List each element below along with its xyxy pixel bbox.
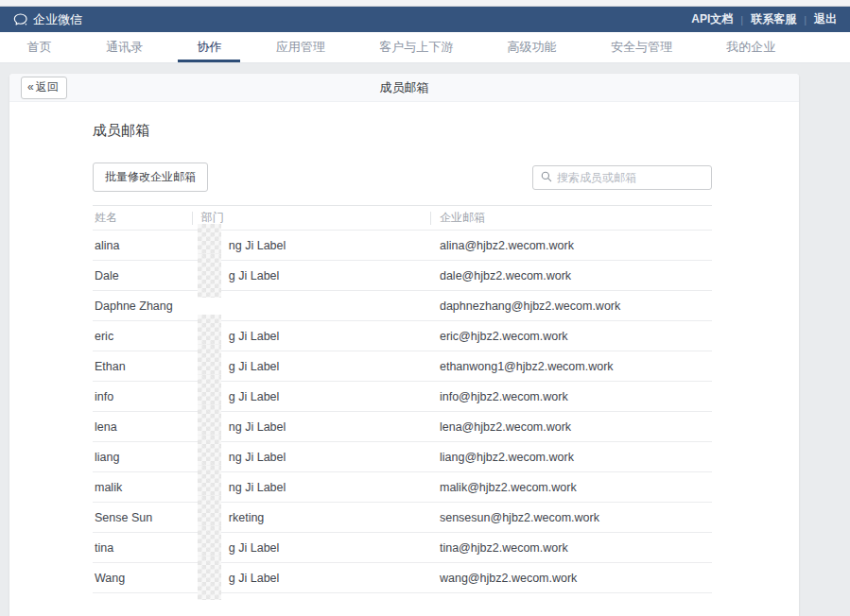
member-email: wang@hjbz2.wecom.work bbox=[430, 563, 712, 593]
topbar-links: API文档 | 联系客服 | 退出 bbox=[691, 11, 837, 27]
department-text: g Ji Label bbox=[229, 390, 280, 403]
table-row: malik ng Ji Label malik@hjbz2.wecom.work bbox=[93, 472, 712, 503]
table-row: Wang g Ji Label wang@hjbz2.wecom.work bbox=[93, 563, 712, 593]
logout-link[interactable]: 退出 bbox=[814, 11, 837, 27]
main-nav: 首页 通讯录 协作 应用管理 客户与上下游 高级功能 安全与管理 我的企业 bbox=[0, 32, 850, 63]
wecom-logo[interactable]: 企业微信 bbox=[13, 11, 82, 28]
nav-item-home[interactable]: 首页 bbox=[22, 32, 58, 62]
member-email: ethanwong1@hjbz2.wecom.work bbox=[430, 351, 712, 382]
nav-item-security[interactable]: 安全与管理 bbox=[605, 32, 678, 62]
link-separator: | bbox=[804, 14, 807, 26]
table-row: lena ng Ji Label lena@hjbz2.wecom.work bbox=[93, 412, 712, 442]
department-text: rketing bbox=[229, 511, 265, 524]
redaction-mosaic bbox=[198, 254, 221, 298]
brand-name: 企业微信 bbox=[33, 11, 82, 28]
member-name: eric bbox=[93, 321, 192, 351]
back-button-label: 返回 bbox=[36, 79, 59, 95]
department-text: g Ji Label bbox=[229, 269, 280, 282]
column-header-department: 部门 bbox=[192, 206, 430, 231]
nav-item-contacts[interactable]: 通讯录 bbox=[100, 32, 148, 62]
nav-item-customers[interactable]: 客户与上下游 bbox=[373, 32, 459, 62]
member-email: alina@hjbz2.wecom.work bbox=[430, 231, 712, 261]
chevron-left-icon: « bbox=[27, 80, 34, 94]
member-department: g Ji Label bbox=[192, 533, 430, 563]
member-name: alina bbox=[93, 231, 192, 261]
member-department: ng Ji Label bbox=[192, 412, 430, 442]
member-email-table: 姓名 部门 企业邮箱 alina ng Ji Label alina@hjbz2… bbox=[93, 205, 712, 593]
table-row: liang ng Ji Label liang@hjbz2.wecom.work bbox=[93, 442, 712, 472]
nav-item-apps[interactable]: 应用管理 bbox=[270, 32, 331, 62]
member-email: eric@hjbz2.wecom.work bbox=[430, 321, 712, 351]
member-department: g Ji Label bbox=[192, 351, 430, 382]
search-input[interactable] bbox=[557, 171, 703, 184]
chat-bubble-icon bbox=[13, 13, 28, 26]
member-department: g Ji Label bbox=[192, 563, 430, 593]
member-name: Daphne Zhang bbox=[93, 291, 192, 321]
contact-support-link[interactable]: 联系客服 bbox=[751, 11, 796, 27]
member-name: lena bbox=[93, 412, 192, 442]
member-name: liang bbox=[93, 442, 192, 472]
department-text: g Ji Label bbox=[229, 541, 280, 555]
department-text: g Ji Label bbox=[229, 360, 280, 373]
member-department: rketing bbox=[192, 503, 430, 533]
table-row: info g Ji Label info@hjbz2.wecom.work bbox=[93, 382, 712, 412]
table-header-row: 姓名 部门 企业邮箱 bbox=[93, 206, 712, 231]
department-text: ng Ji Label bbox=[229, 420, 286, 434]
table-row: Dale g Ji Label dale@hjbz2.wecom.work bbox=[93, 261, 712, 291]
member-email: lena@hjbz2.wecom.work bbox=[430, 412, 712, 442]
nav-item-my-company[interactable]: 我的企业 bbox=[720, 32, 781, 62]
browser-top-strip bbox=[0, 0, 850, 7]
page-title: 成员邮箱 bbox=[9, 79, 799, 96]
table-row: Sense Sun rketing sensesun@hjbz2.wecom.w… bbox=[93, 503, 712, 533]
member-email: tina@hjbz2.wecom.work bbox=[430, 533, 712, 563]
bulk-edit-email-button[interactable]: 批量修改企业邮箱 bbox=[93, 163, 208, 192]
section-title: 成员邮箱 bbox=[93, 102, 712, 140]
member-department bbox=[192, 291, 430, 321]
search-icon bbox=[541, 169, 552, 186]
member-name: Sense Sun bbox=[93, 503, 192, 533]
member-department: ng Ji Label bbox=[192, 442, 430, 472]
department-text: g Ji Label bbox=[229, 330, 280, 343]
nav-item-collaboration[interactable]: 协作 bbox=[191, 32, 227, 62]
member-name: Ethan bbox=[93, 351, 192, 382]
table-row: eric g Ji Label eric@hjbz2.wecom.work bbox=[93, 321, 712, 351]
column-header-email: 企业邮箱 bbox=[430, 206, 712, 231]
back-button[interactable]: « 返回 bbox=[21, 77, 67, 99]
member-department: ng Ji Label bbox=[192, 231, 430, 261]
topbar: 企业微信 API文档 | 联系客服 | 退出 bbox=[0, 7, 850, 32]
department-text: g Ji Label bbox=[229, 572, 280, 585]
member-email-card: « 返回 成员邮箱 成员邮箱 批量修改企业邮箱 姓名 bbox=[9, 74, 799, 616]
member-department: g Ji Label bbox=[192, 261, 430, 291]
table-row: Ethan g Ji Label ethanwong1@hjbz2.wecom.… bbox=[93, 351, 712, 382]
department-text: ng Ji Label bbox=[229, 239, 286, 252]
search-box[interactable] bbox=[532, 165, 712, 190]
member-department: ng Ji Label bbox=[192, 472, 430, 503]
member-department: g Ji Label bbox=[192, 382, 430, 412]
member-name: malik bbox=[93, 472, 192, 503]
column-header-name: 姓名 bbox=[93, 206, 192, 231]
member-email: sensesun@hjbz2.wecom.work bbox=[430, 503, 712, 533]
toolbar: 批量修改企业邮箱 bbox=[93, 163, 712, 192]
member-name: Dale bbox=[93, 261, 192, 291]
redaction-mosaic bbox=[198, 556, 221, 600]
member-name: info bbox=[93, 382, 192, 412]
department-text: ng Ji Label bbox=[229, 481, 286, 494]
nav-item-advanced[interactable]: 高级功能 bbox=[502, 32, 563, 62]
api-docs-link[interactable]: API文档 bbox=[691, 11, 733, 27]
card-body: 成员邮箱 批量修改企业邮箱 姓名 部门 企业邮箱 bbox=[9, 102, 799, 616]
member-name: Wang bbox=[93, 563, 192, 593]
member-email: dale@hjbz2.wecom.work bbox=[430, 261, 712, 291]
member-email: daphnezhang@hjbz2.wecom.work bbox=[430, 291, 712, 321]
member-email: malik@hjbz2.wecom.work bbox=[430, 472, 712, 503]
member-email: liang@hjbz2.wecom.work bbox=[430, 442, 712, 472]
member-name: tina bbox=[93, 533, 192, 563]
member-department: g Ji Label bbox=[192, 321, 430, 351]
member-email: info@hjbz2.wecom.work bbox=[430, 382, 712, 412]
department-text: ng Ji Label bbox=[229, 451, 286, 464]
link-separator: | bbox=[740, 14, 743, 26]
table-row: tina g Ji Label tina@hjbz2.wecom.work bbox=[93, 533, 712, 563]
table-row: Daphne Zhang daphnezhang@hjbz2.wecom.wor… bbox=[93, 291, 712, 321]
card-header: « 返回 成员邮箱 bbox=[9, 74, 799, 102]
table-row: alina ng Ji Label alina@hjbz2.wecom.work bbox=[93, 231, 712, 261]
